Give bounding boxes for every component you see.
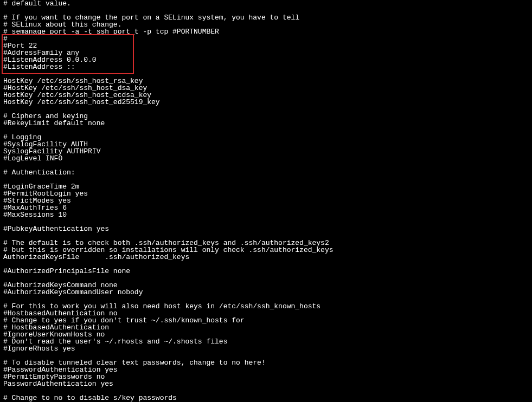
config-file-text: # default value. # If you want to change… — [0, 0, 532, 401]
terminal-view[interactable]: # default value. # If you want to change… — [0, 0, 532, 402]
